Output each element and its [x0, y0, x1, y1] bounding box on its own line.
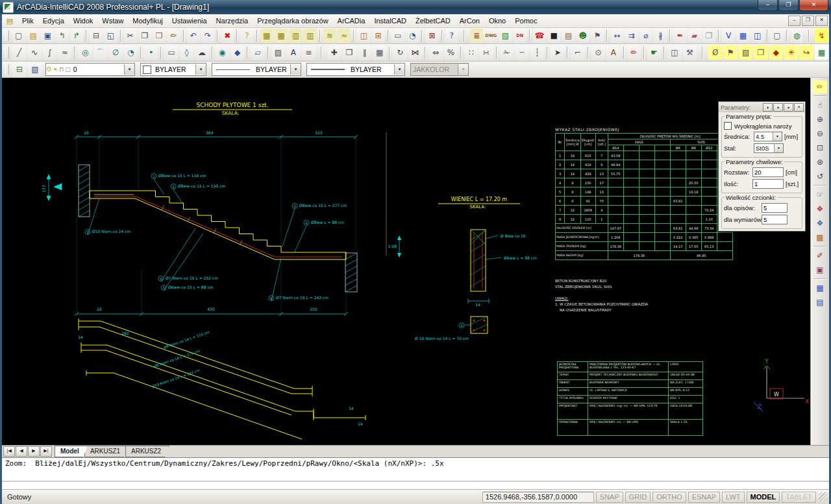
zoom-in-tool[interactable]: ⊕: [813, 113, 827, 126]
lock-icon[interactable]: ⊓: [59, 66, 64, 73]
undo-button[interactable]: ↶: [187, 29, 200, 43]
format-painter-button[interactable]: ✏: [167, 29, 180, 43]
save-button[interactable]: ▣: [41, 29, 54, 43]
dimension-font-input[interactable]: [762, 215, 788, 224]
rotate-tool[interactable]: ↻: [393, 45, 406, 60]
select-tool[interactable]: ☞: [813, 188, 827, 201]
dxf-frame-button[interactable]: ▧: [499, 29, 512, 43]
toolbar-grip[interactable]: [5, 47, 9, 58]
rebar-copy-tool[interactable]: ❐: [754, 45, 767, 60]
layer-explorer-button[interactable]: ▧: [28, 62, 42, 77]
tab-nav-button-3[interactable]: ▶|: [40, 446, 52, 457]
text-tool[interactable]: A: [286, 45, 300, 60]
polyline-tool[interactable]: ∿: [27, 45, 41, 60]
ruler-button[interactable]: ▭: [391, 29, 404, 43]
render-shade-tool[interactable]: ❖: [813, 202, 827, 215]
redo-button[interactable]: ↷: [201, 29, 214, 43]
panel-dock-button[interactable]: ▴: [763, 103, 773, 112]
zelbet-slab-bottom-button[interactable]: ▦: [275, 29, 288, 43]
array-path-tool[interactable]: ∺: [479, 45, 493, 60]
stretch-tool[interactable]: ⇔: [428, 45, 442, 60]
copy-ghost-button[interactable]: ❐: [702, 29, 715, 43]
rebar-node-tool[interactable]: ◆: [769, 45, 783, 60]
scale-tool[interactable]: %: [444, 45, 458, 60]
menu-item-arcon[interactable]: ArCon: [455, 16, 484, 26]
toggle-lwt[interactable]: LWT: [722, 492, 744, 503]
panel-roll-button[interactable]: ▴: [784, 103, 793, 112]
toggle-esnap[interactable]: ESNAP: [688, 492, 720, 503]
hatch-tool[interactable]: ▨: [271, 45, 285, 60]
mdi-minimize-button[interactable]: –: [788, 16, 800, 26]
spline-tool[interactable]: ∫: [43, 45, 56, 60]
window-grid-button[interactable]: ⊞: [372, 29, 385, 43]
polygon-tool[interactable]: ◊: [180, 45, 193, 60]
layers-manager-button[interactable]: ⊟: [12, 62, 27, 77]
plot-stamp-button[interactable]: ⊠: [425, 29, 438, 43]
tab-nav-button-2[interactable]: ▶: [28, 446, 40, 457]
description-font-input[interactable]: [762, 203, 788, 213]
copy-button[interactable]: ❐: [138, 29, 151, 43]
resize-grip[interactable]: [819, 492, 828, 501]
mdi-restore-button[interactable]: ❐: [802, 16, 814, 26]
steel-dropdown[interactable]: St0S ▼: [754, 143, 784, 153]
paste-button[interactable]: ❒: [153, 29, 166, 43]
menu-item-ustawienia[interactable]: Ustawienia: [167, 16, 212, 26]
donut-tool[interactable]: ◉: [216, 45, 229, 60]
find-tool[interactable]: ⊙: [591, 45, 605, 60]
table-view-button[interactable]: ▦: [736, 29, 749, 43]
cut-button[interactable]: ✂: [124, 29, 137, 43]
tab-nav-button-1[interactable]: ◀: [16, 446, 27, 457]
circle-tool[interactable]: ◎: [78, 45, 92, 60]
toggle-ortho[interactable]: ORTHO: [652, 492, 686, 503]
export-drawing-button[interactable]: ↱: [70, 29, 83, 43]
count-input[interactable]: [752, 179, 784, 189]
panel-title-bar[interactable]: Parametry: ▴▴▴✕: [719, 102, 805, 112]
rectangle-tool[interactable]: ▭: [164, 45, 178, 60]
tab-nav-button-0[interactable]: |◀: [3, 446, 15, 457]
trim-tool[interactable]: ✁: [500, 45, 514, 60]
ellipse-tool[interactable]: ∅: [108, 45, 122, 60]
zoom-window-tool[interactable]: ⊡: [813, 141, 827, 154]
redline-marker-tool[interactable]: ✏: [627, 45, 641, 60]
toolbar-grip[interactable]: [5, 64, 9, 75]
revision-cloud-tool[interactable]: ☁: [195, 45, 208, 60]
rebar-mark-tool[interactable]: ⚑: [724, 45, 738, 60]
render-hide-tool[interactable]: ❖: [813, 217, 827, 230]
move-tool[interactable]: ✚: [327, 45, 341, 60]
sheet-view-button[interactable]: ◫: [751, 29, 764, 43]
minimize-button[interactable]: –: [758, 0, 778, 11]
menu-item-widok[interactable]: Widok: [69, 16, 98, 26]
zelbet-stirrup-button[interactable]: ≋: [323, 29, 336, 43]
dim-diameter-button[interactable]: ⌀: [639, 29, 652, 43]
close-button[interactable]: ✕: [799, 0, 828, 11]
chevron-down-icon[interactable]: ▼: [290, 64, 301, 75]
diameter-dropdown[interactable]: 4.5 ▼: [754, 132, 782, 141]
layer-color-chip[interactable]: □: [65, 66, 71, 73]
zelbet-mesh-button[interactable]: ≈: [338, 29, 351, 43]
command-window[interactable]: Zoom: Bliżej/dalEj/Wszystko/Centrum/Dyna…: [2, 457, 829, 489]
redline-tool[interactable]: ✏: [813, 80, 827, 93]
rebar-run-button[interactable]: ≣: [470, 29, 483, 43]
street-lamp-button[interactable]: ⚑: [591, 29, 604, 43]
redline-pen-button[interactable]: ✒: [673, 29, 686, 43]
sketch-tool[interactable]: ≈: [58, 45, 71, 60]
angle-meter-button[interactable]: ◔: [406, 29, 419, 43]
screen-capture-button[interactable]: ■: [547, 29, 560, 43]
color-dropdown[interactable]: BYLAYER ▼: [140, 63, 206, 76]
chevron-down-icon[interactable]: ▼: [124, 64, 134, 75]
fillet-tool[interactable]: ⌐: [571, 45, 584, 60]
print-button[interactable]: ⊟: [90, 29, 103, 43]
rebar-leader-tool[interactable]: ↪: [799, 45, 813, 60]
dim-baseline-button[interactable]: ⇉: [625, 29, 638, 43]
dn-converter-button[interactable]: DN: [514, 29, 527, 43]
zoom-extents-tool[interactable]: ⊛: [813, 156, 827, 169]
region-tool[interactable]: ▱: [251, 45, 264, 60]
text-align-tool[interactable]: ≡: [302, 45, 316, 60]
array-tool[interactable]: ▦: [373, 45, 386, 60]
array-polar-tool[interactable]: ∷: [464, 45, 478, 60]
import-drawing-button[interactable]: ↰: [55, 29, 68, 43]
print-preview-button[interactable]: ◱: [104, 29, 117, 43]
zelbet-slab-top-button[interactable]: ▦: [260, 29, 273, 43]
bulb-icon[interactable]: ʘ: [47, 66, 51, 73]
rounding-checkbox[interactable]: [724, 122, 732, 130]
